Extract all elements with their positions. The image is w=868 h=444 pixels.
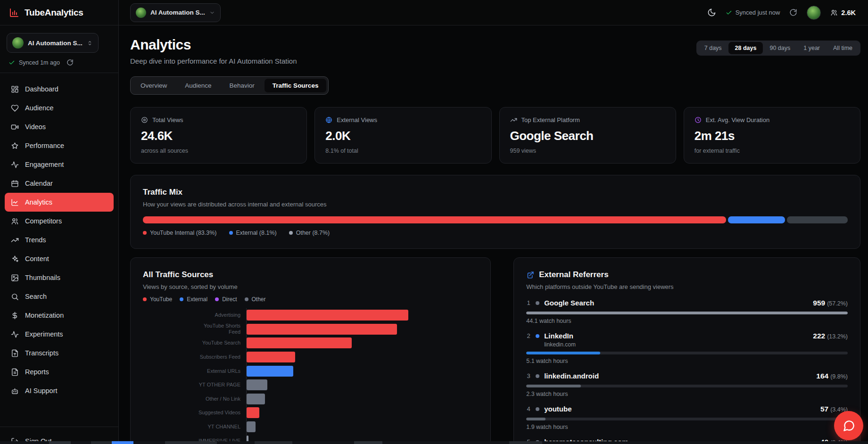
referrer-row-google-search[interactable]: 1 Google Search 959(57.2%) 44.1 watch ho…: [526, 298, 848, 324]
chevrons-up-down-icon: [87, 40, 93, 46]
sidebar-item-experiments[interactable]: Experiments: [5, 325, 114, 344]
sidebar: TubeAnalytics AI Automation S... Synced …: [0, 0, 119, 444]
trending-up-icon: [510, 116, 517, 123]
stat-label: Top External Platform: [521, 116, 580, 123]
sidebar-item-analytics[interactable]: Analytics: [5, 193, 114, 212]
bar[interactable]: [247, 366, 293, 377]
bar[interactable]: [247, 337, 352, 348]
stat-card-total-views: Total Views 24.6K across all sources: [130, 107, 307, 164]
referrer-row-youtube[interactable]: 4 youtube 57(3.4%) 1.9 watch hours: [526, 404, 848, 430]
target-icon: [141, 116, 148, 123]
referrer-name: LinkedIn: [544, 332, 573, 340]
bar-label: YT OTHER PAGE: [199, 382, 240, 388]
referrer-watch-hours: 2.3 watch hours: [526, 391, 848, 397]
referrer-dot: [536, 374, 539, 378]
legend-label: Other: [252, 296, 266, 303]
chart-row: External URLs: [143, 364, 478, 378]
sidebar-item-label: Trends: [25, 236, 46, 244]
subscriber-count: 2.6K: [830, 9, 856, 16]
taskbar-segment: [91, 441, 112, 444]
referrer-views: 959: [813, 299, 825, 307]
bar[interactable]: [247, 379, 267, 390]
range-7-days[interactable]: 7 days: [698, 42, 728, 54]
tab-audience[interactable]: Audience: [177, 79, 219, 92]
app-logo: TubeAnalytics: [0, 0, 118, 25]
taskbar-segment-active: [112, 441, 133, 444]
bar-label: Subscribers Feed: [200, 354, 240, 360]
sidebar-item-search[interactable]: Search: [5, 287, 114, 306]
channel-selector[interactable]: AI Automation S...: [7, 33, 99, 53]
bar[interactable]: [247, 352, 295, 362]
clock-icon: [694, 116, 702, 123]
chart-row: YT CHANNEL: [143, 420, 478, 434]
range-90-days[interactable]: 90 days: [763, 42, 797, 54]
sidebar-item-videos[interactable]: Videos: [5, 117, 114, 136]
sidebar-item-calendar[interactable]: Calendar: [5, 174, 114, 193]
sidebar-item-audience[interactable]: Audience: [5, 99, 114, 117]
tab-behavior[interactable]: Behavior: [222, 79, 263, 92]
page-title: Analytics: [130, 37, 297, 53]
app-title: TubeAnalytics: [25, 8, 83, 18]
traffic-sources-title: All Traffic Sources: [143, 270, 478, 280]
referrer-progress-track: [526, 352, 848, 354]
legend-dot: [245, 297, 248, 301]
bot-icon: [11, 387, 19, 395]
bar[interactable]: [247, 407, 259, 418]
sync-status-text: Synced just now: [736, 9, 780, 16]
topbar-channel-selector[interactable]: AI Automation S...: [130, 3, 221, 22]
bar[interactable]: [247, 394, 265, 404]
globe-icon: [325, 116, 332, 123]
referrer-rank: 1: [526, 298, 531, 306]
bar[interactable]: [247, 324, 397, 335]
refresh-button[interactable]: [789, 8, 797, 16]
referrer-name: youtube: [544, 405, 571, 413]
sidebar-item-thumbnails[interactable]: Thumbnails: [5, 268, 114, 287]
referrer-progress-track: [526, 385, 848, 387]
heart-icon: [11, 104, 19, 112]
tab-overview[interactable]: Overview: [132, 79, 175, 92]
sidebar-item-ai-support[interactable]: AI Support: [5, 381, 114, 400]
range-28-days[interactable]: 28 days: [728, 42, 763, 54]
stat-card-top-external-platform: Top External Platform Google Search 959 …: [499, 107, 676, 164]
stat-value: Google Search: [510, 129, 665, 143]
user-avatar[interactable]: [807, 6, 821, 20]
range-1-year[interactable]: 1 year: [797, 42, 827, 54]
referrer-dot: [536, 407, 539, 411]
sidebar-item-label: Competitors: [25, 217, 62, 225]
legend-dot: [180, 297, 183, 301]
chat-button[interactable]: [834, 411, 863, 440]
sidebar-item-label: Audience: [25, 104, 53, 112]
page-content: Analytics Deep dive into performance for…: [119, 25, 868, 444]
external-referrers-card: External Referrers Which platforms outsi…: [513, 257, 860, 444]
sidebar-item-content[interactable]: Content: [5, 249, 114, 268]
legend-label: YouTube: [150, 296, 172, 303]
refresh-icon[interactable]: [66, 59, 74, 66]
legend-direct: Direct: [215, 296, 237, 303]
sidebar-item-label: Calendar: [25, 180, 53, 187]
sidebar-sync-status: Synced 1m ago: [7, 59, 112, 66]
page-header: Analytics Deep dive into performance for…: [130, 37, 860, 65]
sidebar-item-label: Experiments: [25, 330, 63, 338]
sidebar-item-label: Content: [25, 255, 49, 263]
taskbar-segment: [165, 441, 217, 444]
sidebar-item-competitors[interactable]: Competitors: [5, 212, 114, 230]
tab-traffic-sources[interactable]: Traffic Sources: [265, 79, 327, 92]
sidebar-item-label: Search: [25, 293, 47, 300]
stat-card-external-views: External Views 2.0K 8.1% of total: [314, 107, 491, 164]
bar[interactable]: [247, 310, 408, 321]
external-referrers-subtitle: Which platforms outside YouTube are send…: [526, 283, 848, 290]
theme-toggle-button[interactable]: [707, 8, 716, 17]
sidebar-item-monetization[interactable]: Monetization: [5, 306, 114, 325]
referrer-row-linkedin-android[interactable]: 3 linkedin.android 164(9.8%) 2.3 watch h…: [526, 371, 848, 397]
sidebar-item-reports[interactable]: Reports: [5, 362, 114, 381]
range-all-time[interactable]: All time: [827, 42, 859, 54]
sidebar-item-performance[interactable]: Performance: [5, 136, 114, 155]
sidebar-item-transcripts[interactable]: Transcripts: [5, 344, 114, 362]
stat-sub: 959 views: [510, 148, 665, 154]
sidebar-item-engagement[interactable]: Engagement: [5, 155, 114, 174]
referrer-rank: 4: [526, 404, 531, 412]
sidebar-item-dashboard[interactable]: Dashboard: [5, 80, 114, 99]
sidebar-item-trends[interactable]: Trends: [5, 230, 114, 249]
bar[interactable]: [247, 421, 256, 432]
referrer-row-linkedin[interactable]: 2 LinkedInlinkedin.com 222(13.2%) 5.1 wa…: [526, 331, 848, 364]
